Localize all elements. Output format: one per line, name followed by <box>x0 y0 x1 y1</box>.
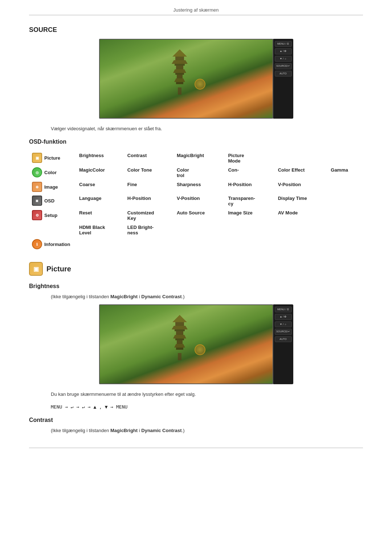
osd-menu-picture: ▣ Picture <box>32 153 73 163</box>
brightness-section: Brightness (Ikke tilgængelig i tilstande… <box>29 283 363 410</box>
table-row: HDMI BlackLevel LED Bright-ness <box>29 223 363 237</box>
svg-rect-18 <box>175 329 185 331</box>
bright-btn-up[interactable]: ▲ / ✿ <box>275 314 292 320</box>
svg-rect-4 <box>175 73 184 75</box>
svg-rect-15 <box>175 338 184 340</box>
brightness-formula: MENU → ↵ → ↵ → ▲ , ▼ → MENU <box>51 404 363 410</box>
svg-rect-7 <box>175 64 185 66</box>
svg-rect-17 <box>176 331 183 335</box>
osd-title: OSD-funktion <box>29 139 363 145</box>
table-row: ◎ Color MagicColor Color Tone Colortrol … <box>29 165 363 180</box>
osd-table: ▣ Picture Brightness Contrast MagicBrigh… <box>29 151 363 251</box>
svg-rect-11 <box>178 353 181 360</box>
brightness-monitor-screen <box>99 304 273 384</box>
page-header: Justering af skærmen <box>29 0 363 13</box>
osd-menu-osd: ▣ OSD <box>32 196 73 206</box>
brightness-side-panel: MENU / ☰ ▲ / ✿ ▼ / ☼ SOURCE/↵ AUTO <box>273 304 293 384</box>
bottom-rule <box>29 448 363 448</box>
contrast-section: Contrast (Ikke tilgængelig i tilstanden … <box>29 417 363 433</box>
bright-btn-source[interactable]: SOURCE/↵ <box>275 329 292 335</box>
svg-rect-14 <box>177 340 183 344</box>
source-section: SOURCE <box>29 26 363 131</box>
svg-rect-6 <box>176 66 183 69</box>
contrast-title: Contrast <box>29 417 363 423</box>
contrast-note: (Ikke tilgængelig i tilstanden MagicBrig… <box>29 428 363 433</box>
monitor-side-panel: MENU / ☰ ▲ / ✿ ▼ / ☼ SOURCE/↵ AUTO <box>273 39 293 119</box>
svg-rect-20 <box>175 322 184 326</box>
svg-rect-0 <box>178 87 181 95</box>
picture-subsection-title: ▣ Picture <box>29 262 363 276</box>
color-icon: ◎ <box>32 167 42 177</box>
btn-source[interactable]: SOURCE/↵ <box>275 63 292 69</box>
table-row: ℹ Information <box>29 237 363 251</box>
btn-up[interactable]: ▲ / ✿ <box>275 48 292 54</box>
btn-menu[interactable]: MENU / ☰ <box>275 41 292 47</box>
monitor-circle-overlay <box>195 79 205 90</box>
monitor-screen <box>99 39 273 119</box>
btn-auto[interactable]: AUTO <box>275 71 292 77</box>
source-title: SOURCE <box>29 26 363 34</box>
osd-menu-setup: ⚙ Setup <box>32 210 73 220</box>
osd-menu-color: ◎ Color <box>32 167 73 177</box>
image-icon: ⊕ <box>32 182 42 192</box>
brightness-note: (Ikke tilgængelig i tilstanden MagicBrig… <box>29 294 363 299</box>
setup-icon: ⚙ <box>32 210 42 220</box>
table-row: ⊕ Image Coarse Fine Sharpness H-Position… <box>29 180 363 194</box>
svg-marker-5 <box>173 69 186 73</box>
svg-marker-2 <box>174 78 185 82</box>
picture-big-icon: ▣ <box>29 262 43 276</box>
bright-btn-down[interactable]: ▼ / ☼ <box>275 321 292 327</box>
svg-rect-1 <box>176 82 183 84</box>
svg-marker-8 <box>172 60 188 64</box>
header-rule <box>29 15 363 15</box>
svg-marker-10 <box>172 49 187 57</box>
brightness-desc: Du kan bruge skærmmenuerne til at ændre … <box>29 391 363 397</box>
table-row: ⚙ Setup Reset CustomizedKey Auto Source … <box>29 208 363 223</box>
svg-rect-12 <box>176 348 183 350</box>
osd-menu-information: ℹ Information <box>32 239 73 249</box>
bright-btn-menu[interactable]: MENU / ☰ <box>275 307 292 312</box>
svg-marker-16 <box>173 335 186 338</box>
svg-rect-3 <box>177 75 183 78</box>
btn-down[interactable]: ▼ / ☼ <box>275 56 292 62</box>
table-row: ▣ Picture Brightness Contrast MagicBrigh… <box>29 151 363 165</box>
osd-menu-image: ⊕ Image <box>32 182 73 192</box>
brightness-monitor-circle <box>195 344 205 355</box>
source-caption: Vælger videosignalet, når skærmmenuen er… <box>29 126 363 131</box>
svg-marker-13 <box>174 344 185 348</box>
svg-rect-9 <box>175 57 184 60</box>
table-row: ▣ OSD Language H-Position V-Position Tra… <box>29 194 363 208</box>
osd-icon: ▣ <box>32 196 42 206</box>
svg-marker-19 <box>172 326 188 329</box>
monitor-figure: MENU / ☰ ▲ / ✿ ▼ / ☼ SOURCE/↵ AUTO <box>29 39 363 119</box>
brightness-monitor-figure: MENU / ☰ ▲ / ✿ ▼ / ☼ SOURCE/↵ AUTO <box>29 304 363 384</box>
picture-icon: ▣ <box>32 153 42 163</box>
osd-section: OSD-funktion ▣ Picture Brightness Co <box>29 139 363 251</box>
information-icon: ℹ <box>32 239 42 249</box>
bright-btn-auto[interactable]: AUTO <box>275 336 292 342</box>
brightness-title: Brightness <box>29 283 363 290</box>
svg-marker-21 <box>172 315 187 322</box>
